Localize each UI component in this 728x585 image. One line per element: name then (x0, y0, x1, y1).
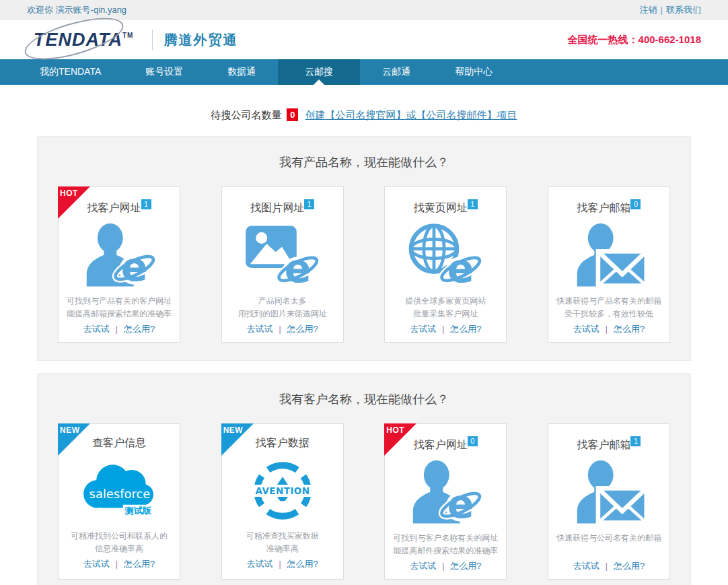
count-badge: 1 (630, 436, 641, 446)
card-title: 找图片网址1 (250, 199, 314, 215)
topbar-divider: | (661, 5, 663, 15)
card-description: 可找到与客户名称有关的网址能提高邮件搜索结果的准确率 (393, 532, 498, 557)
svg-text:e: e (447, 246, 474, 291)
user-browser-icon: e e (77, 217, 161, 295)
pending-count-badge: 0 (287, 108, 298, 121)
nav-item-data-tool[interactable]: 数据通 (205, 59, 278, 85)
link-separator: | (606, 324, 608, 334)
section-product-name: 我有产品名称，现在能做什么？ HOT 找客户网址1 e e (37, 136, 691, 361)
tendata-logo: TENDATATM (27, 30, 140, 50)
trademark-symbol: TM (122, 32, 133, 39)
link-separator: | (442, 561, 444, 571)
card-description: 可找到与产品有关的客户网址能提高邮箱搜索结果的准确率 (67, 295, 172, 320)
how-to-link[interactable]: 怎么用? (450, 324, 481, 334)
card-title: 找客户邮箱0 (577, 199, 641, 215)
count-badge: 1 (304, 199, 314, 209)
globe-browser-icon: e e (403, 217, 488, 295)
try-link[interactable]: 去试试 (246, 324, 272, 334)
try-link[interactable]: 去试试 (573, 561, 599, 571)
logo-divider (152, 30, 153, 50)
card-check-customer-info[interactable]: NEW 查客户信息 salesforce 测试版 可精准找 (58, 423, 180, 580)
try-link[interactable]: 去试试 (410, 561, 436, 571)
card-find-customer-data[interactable]: NEW 找客户数据 AVENTION 可精准查找买家数据准确率高 去试试|怎么用… (221, 423, 344, 580)
count-badge: 0 (630, 199, 641, 209)
user-mail-icon (567, 454, 651, 532)
hot-ribbon: HOT (384, 423, 416, 456)
card-find-image-urls[interactable]: 找图片网址1 e e 产品同名太多用找到的图片来筛选网址 (221, 186, 344, 343)
logout-link[interactable]: 注销 (640, 5, 657, 15)
welcome-text: 欢迎你 演示账号-qin.yang (27, 4, 126, 16)
link-separator: | (279, 559, 281, 569)
try-link[interactable]: 去试试 (83, 559, 110, 569)
create-project-link[interactable]: 创建【公司名搜官网】或【公司名搜邮件】项目 (305, 109, 517, 121)
card-description: 快速获得与产品名有关的邮箱受干扰较多，有效性较低 (556, 295, 661, 320)
count-badge: 0 (468, 436, 478, 446)
product-name: 腾道外贸通 (163, 31, 238, 49)
how-to-link[interactable]: 怎么用? (287, 559, 318, 569)
section-title: 我有产品名称，现在能做什么？ (58, 154, 670, 170)
card-description: 快速获得与公司名有关的邮箱 (556, 532, 661, 557)
how-to-link[interactable]: 怎么用? (124, 559, 155, 569)
pending-company-row: 待搜公司名数量0 创建【公司名搜官网】或【公司名搜邮件】项目 (0, 108, 728, 123)
card-title: 找黄页网址1 (414, 199, 478, 215)
section-customer-name: 我有客户名称，现在能做什么？ NEW 查客户信息 salesforce 测试版 (37, 373, 691, 585)
link-separator: | (116, 324, 118, 334)
svg-text:e: e (447, 481, 474, 527)
trial-version-label: 测试版 (124, 506, 152, 516)
how-to-link[interactable]: 怎么用? (614, 324, 645, 334)
card-title: 找客户数据 (256, 436, 310, 450)
try-link[interactable]: 去试试 (246, 559, 272, 569)
try-link[interactable]: 去试试 (83, 324, 110, 334)
nav-item-help-center[interactable]: 帮助中心 (433, 59, 515, 85)
contact-link[interactable]: 联系我们 (666, 5, 701, 15)
count-badge: 1 (141, 199, 151, 209)
header: TENDATATM 腾道外贸通 全国统一热线：400-662-1018 (0, 20, 728, 59)
try-link[interactable]: 去试试 (573, 324, 599, 334)
card-find-customer-emails[interactable]: 找客户邮箱0 快速获得与产品名有关的邮箱受干扰较多，有效性较低 (548, 186, 670, 343)
link-separator: | (279, 324, 281, 334)
how-to-link[interactable]: 怎么用? (124, 324, 155, 334)
card-description: 可精准查找买家数据准确率高 (246, 530, 319, 555)
card-title: 找客户网址1 (87, 199, 151, 215)
new-ribbon: NEW (221, 423, 254, 456)
link-separator: | (606, 561, 608, 571)
nav-item-cloud-mail[interactable]: 云邮通 (360, 59, 433, 85)
nav-item-cloud-mail-search[interactable]: 云邮搜 (278, 59, 360, 85)
card-title: 找客户网址0 (414, 436, 478, 452)
try-link[interactable]: 去试试 (410, 324, 436, 334)
new-ribbon: NEW (58, 423, 90, 456)
topbar: 欢迎你 演示账号-qin.yang 注销|联系我们 (0, 0, 728, 20)
card-description: 提供全球多家黄页网站批量采集客户网址 (405, 295, 486, 320)
svg-text:e: e (284, 246, 311, 291)
how-to-link[interactable]: 怎么用? (614, 561, 645, 571)
card-title: 查客户信息 (92, 436, 146, 450)
main-nav: 我的TENDATA 账号设置 数据通 云邮搜 云邮通 帮助中心 (0, 59, 728, 85)
card-title: 找客户邮箱1 (577, 436, 641, 452)
avention-logo: AVENTION (246, 452, 319, 530)
card-find-customer-emails-2[interactable]: 找客户邮箱1 快速获得与公司名有关的邮箱 (548, 423, 670, 580)
how-to-link[interactable]: 怎么用? (450, 561, 481, 571)
card-find-customer-urls[interactable]: HOT 找客户网址1 e e (58, 186, 180, 343)
svg-text:e: e (121, 244, 148, 290)
brand-logo[interactable]: TENDATATM 腾道外贸通 (27, 30, 238, 50)
avention-wordmark: AVENTION (255, 485, 310, 496)
link-separator: | (442, 324, 444, 334)
image-browser-icon: e e (240, 217, 325, 295)
section-title: 我有客户名称，现在能做什么？ (58, 391, 670, 407)
pending-label: 待搜公司名数量 (211, 109, 281, 121)
user-mail-icon (567, 217, 651, 295)
nav-item-account-settings[interactable]: 账号设置 (123, 59, 205, 85)
card-find-customer-urls-2[interactable]: HOT 找客户网址0 e e (384, 423, 507, 580)
link-separator: | (116, 559, 118, 569)
card-find-yellowpage-urls[interactable]: 找黄页网址1 e e (384, 186, 507, 343)
card-description: 产品同名太多用找到的图片来筛选网址 (238, 295, 327, 320)
how-to-link[interactable]: 怎么用? (287, 324, 318, 334)
salesforce-logo: salesforce 测试版 (75, 452, 163, 530)
count-badge: 1 (468, 199, 478, 209)
user-browser-icon: e e (403, 454, 488, 532)
salesforce-wordmark: salesforce (89, 487, 151, 501)
card-description: 可精准找到公司和联系人的信息准确率高 (71, 530, 168, 555)
hot-ribbon: HOT (58, 186, 90, 219)
hotline-number: 全国统一热线：400-662-1018 (568, 34, 701, 46)
nav-item-my-tendata[interactable]: 我的TENDATA (17, 59, 123, 85)
